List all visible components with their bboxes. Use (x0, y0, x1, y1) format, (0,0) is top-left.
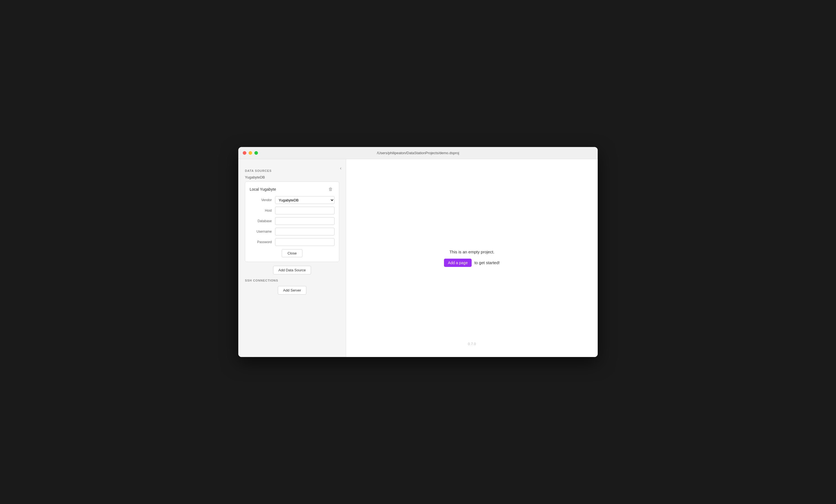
close-datasource-button[interactable]: Close (282, 249, 302, 257)
vendor-select[interactable]: YugabyteDB PostgreSQL MySQL SQLite (275, 196, 335, 204)
username-label: Username (250, 230, 272, 233)
empty-project-message: This is an empty project. (450, 250, 495, 254)
host-input[interactable] (275, 207, 335, 214)
minimize-traffic-light[interactable] (249, 151, 252, 155)
datasource-type-label: YugabyteDB (245, 175, 339, 179)
host-row: Host (250, 207, 335, 214)
empty-state: This is an empty project. Add a page to … (444, 250, 499, 267)
delete-datasource-button[interactable]: 🗑 (327, 186, 335, 192)
empty-message-text: This is an empty project. (450, 250, 495, 254)
close-traffic-light[interactable] (243, 151, 246, 155)
password-label: Password (250, 240, 272, 244)
sidebar-content: DATA SOURCES YugabyteDB 🗑 Vendor Yugabyt… (238, 159, 346, 304)
add-server-button[interactable]: Add Server (278, 286, 306, 294)
database-row: Database (250, 217, 335, 225)
username-row: Username (250, 228, 335, 235)
datasource-name-input[interactable] (250, 187, 327, 192)
database-label: Database (250, 219, 272, 223)
ssh-connections-section-label: SSH CONNECTIONS (245, 279, 339, 282)
password-input[interactable] (275, 238, 335, 246)
sidebar: ‹ DATA SOURCES YugabyteDB 🗑 Vendor (238, 159, 346, 357)
trash-icon: 🗑 (328, 187, 333, 192)
database-input[interactable] (275, 217, 335, 225)
add-data-source-button[interactable]: Add Data Source (273, 266, 311, 274)
vendor-row: Vendor YugabyteDB PostgreSQL MySQL SQLit… (250, 196, 335, 204)
password-row: Password (250, 238, 335, 246)
sidebar-collapse-button[interactable]: ‹ (339, 165, 343, 172)
version-label: 0.7.0 (468, 342, 476, 346)
datasource-card: 🗑 Vendor YugabyteDB PostgreSQL MySQL SQL… (245, 181, 339, 262)
vendor-label: Vendor (250, 198, 272, 202)
get-started-text: to get started! (474, 260, 500, 265)
data-sources-section-label: DATA SOURCES (245, 169, 339, 172)
add-page-row: Add a page to get started! (444, 259, 499, 267)
traffic-lights (243, 151, 258, 155)
card-header: 🗑 (250, 186, 335, 192)
chevron-left-icon: ‹ (340, 166, 341, 171)
username-input[interactable] (275, 228, 335, 235)
app-body: ‹ DATA SOURCES YugabyteDB 🗑 Vendor (238, 159, 598, 357)
main-area: This is an empty project. Add a page to … (346, 159, 598, 357)
maximize-traffic-light[interactable] (254, 151, 258, 155)
add-page-button[interactable]: Add a page (444, 259, 472, 267)
window-title: /Users/philipeaton/DataStationProjects/d… (377, 151, 459, 155)
titlebar: /Users/philipeaton/DataStationProjects/d… (238, 147, 598, 159)
host-label: Host (250, 209, 272, 212)
app-window: /Users/philipeaton/DataStationProjects/d… (238, 147, 598, 357)
